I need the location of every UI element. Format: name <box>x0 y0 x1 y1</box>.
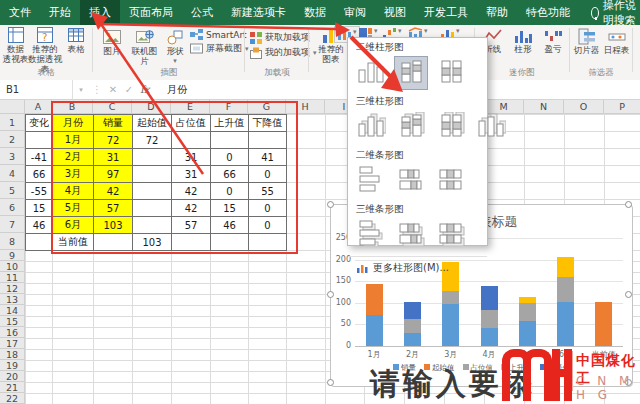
sheet-cell[interactable] <box>132 199 172 217</box>
sheet-cell[interactable]: 0 <box>248 216 287 234</box>
chart-type-option-3d-column[interactable] <box>474 110 508 144</box>
sheet-cell[interactable]: 0 <box>210 182 249 200</box>
sheet-cell[interactable]: 上升值 <box>210 114 249 132</box>
table-button[interactable]: 表格 <box>62 26 90 55</box>
sheet-cell[interactable] <box>25 131 53 149</box>
screenshot-button[interactable]: 屏幕截图▾ <box>190 42 249 55</box>
chart-type-option-stacked-column[interactable] <box>394 56 428 90</box>
chart-type-option-3d-stacked-column[interactable] <box>394 110 428 144</box>
chart-resize-handle[interactable] <box>625 201 632 208</box>
column-header[interactable]: N <box>524 100 564 114</box>
sheet-cell[interactable]: 103 <box>93 216 133 234</box>
sheet-cell[interactable]: 销量 <box>93 114 133 132</box>
online-pictures-button[interactable]: 联机图片 <box>128 29 161 67</box>
sheet-cell[interactable]: 72 <box>93 131 133 149</box>
sheet-cell[interactable]: 0 <box>210 148 249 166</box>
row-header[interactable]: 5 <box>0 182 25 199</box>
sheet-cell[interactable]: 变化 <box>25 114 53 132</box>
sheet-cell[interactable]: 3月 <box>52 165 94 183</box>
sheet-cell[interactable]: 97 <box>93 165 133 183</box>
ribbon-tab[interactable]: 开始 <box>40 0 80 25</box>
sparkline-winloss-button[interactable]: 盈亏 <box>539 28 567 55</box>
slicer-button[interactable]: 切片器 <box>572 28 601 56</box>
ribbon-tab[interactable]: 文件 <box>0 0 40 25</box>
timeline-button[interactable]: 日程表 <box>602 28 631 56</box>
row-header[interactable]: 4 <box>0 165 25 182</box>
ribbon-tab[interactable]: 数据 <box>295 0 335 25</box>
sheet-cell[interactable] <box>132 216 172 234</box>
get-addins-button[interactable]: 获取加载项 <box>250 31 310 44</box>
select-all-corner[interactable] <box>0 100 25 114</box>
row-header[interactable]: 21 <box>0 382 25 393</box>
row-header[interactable]: 16 <box>0 327 25 338</box>
pictures-button[interactable]: 图片 <box>97 29 127 57</box>
tell-me-search[interactable]: 操作说明搜索 <box>579 0 640 28</box>
ribbon-tab[interactable]: 视图 <box>375 0 415 25</box>
chart-type-option-clustered-bar[interactable] <box>354 164 388 198</box>
row-header[interactable]: 22 <box>0 393 25 404</box>
ribbon-tab[interactable]: 页面布局 <box>120 0 182 25</box>
sheet-cell[interactable]: 31 <box>171 148 211 166</box>
sheet-cell[interactable] <box>171 131 211 149</box>
sheet-cell[interactable] <box>132 182 172 200</box>
row-header[interactable]: 7 <box>0 216 25 233</box>
column-header[interactable]: D <box>132 100 171 114</box>
row-header[interactable]: 3 <box>0 148 25 165</box>
ribbon-tab[interactable]: 公式 <box>182 0 222 25</box>
row-header[interactable]: 15 <box>0 316 25 327</box>
sheet-cell[interactable] <box>210 131 249 149</box>
cancel-icon[interactable]: ✕ <box>105 84 121 95</box>
sheet-cell[interactable] <box>248 131 287 149</box>
column-header[interactable]: B <box>52 100 93 114</box>
sheet-cell[interactable]: 31 <box>93 148 133 166</box>
sheet-cell[interactable]: 66 <box>25 165 53 183</box>
chart-type-option-3d-100-stacked-column[interactable] <box>434 110 468 144</box>
sheet-cell[interactable]: 46 <box>210 216 249 234</box>
chart-resize-handle[interactable] <box>625 291 632 298</box>
sheet-cell[interactable]: 15 <box>25 199 53 217</box>
chart-type-option-stacked-bar[interactable] <box>394 164 428 198</box>
ribbon-tab[interactable]: 开发工具 <box>415 0 477 25</box>
column-header[interactable]: F <box>210 100 248 114</box>
sheet-cell[interactable]: 0 <box>248 165 287 183</box>
insert-function-icon[interactable]: fx <box>137 84 153 95</box>
column-header[interactable]: P <box>604 100 640 114</box>
sheet-cell[interactable] <box>248 233 287 251</box>
column-header[interactable]: O <box>564 100 604 114</box>
sheet-cell[interactable]: 0 <box>248 199 287 217</box>
row-header[interactable]: 18 <box>0 349 25 360</box>
ribbon-tab[interactable]: 审阅 <box>335 0 375 25</box>
sheet-cell[interactable]: 4月 <box>52 182 94 200</box>
sheet-cell[interactable]: 57 <box>93 199 133 217</box>
namebox-dropdown-icon[interactable]: ▾ <box>73 86 89 94</box>
name-box[interactable]: B1 <box>0 80 73 99</box>
row-header[interactable]: 6 <box>0 199 25 216</box>
row-header[interactable]: 13 <box>0 294 25 305</box>
sheet-cell[interactable]: 31 <box>171 165 211 183</box>
row-header[interactable]: 1 <box>0 114 25 131</box>
sparkline-column-button[interactable]: 柱形 <box>509 28 537 55</box>
smartart-button[interactable]: SmartArt <box>190 29 247 40</box>
sheet-cell[interactable]: 6月 <box>52 216 94 234</box>
chart-type-option-3d-stacked-bar[interactable] <box>394 218 428 252</box>
chart-resize-handle[interactable] <box>327 291 334 298</box>
sheet-cell[interactable] <box>132 148 172 166</box>
chart-resize-handle[interactable] <box>327 201 334 208</box>
row-header[interactable]: 2 <box>0 131 25 148</box>
row-header[interactable]: 11 <box>0 272 25 283</box>
sheet-cell[interactable]: 2月 <box>52 148 94 166</box>
row-header[interactable]: 17 <box>0 338 25 349</box>
sheet-cell[interactable]: 月份 <box>52 114 94 132</box>
sheet-cell[interactable] <box>132 165 172 183</box>
pivottable-button[interactable]: 数据透视表 <box>2 26 29 65</box>
row-header[interactable]: 9 <box>0 250 25 261</box>
sheet-cell[interactable] <box>171 233 211 251</box>
row-header[interactable]: 12 <box>0 283 25 294</box>
chart-type-option-3d-clustered-bar[interactable] <box>354 218 388 252</box>
column-header[interactable]: E <box>171 100 210 114</box>
sheet-cell[interactable]: 下降值 <box>248 114 287 132</box>
chart-resize-handle[interactable] <box>327 379 334 386</box>
sheet-cell[interactable] <box>210 233 249 251</box>
sheet-cell[interactable]: 42 <box>171 199 211 217</box>
sheet-cell[interactable]: 72 <box>132 131 172 149</box>
